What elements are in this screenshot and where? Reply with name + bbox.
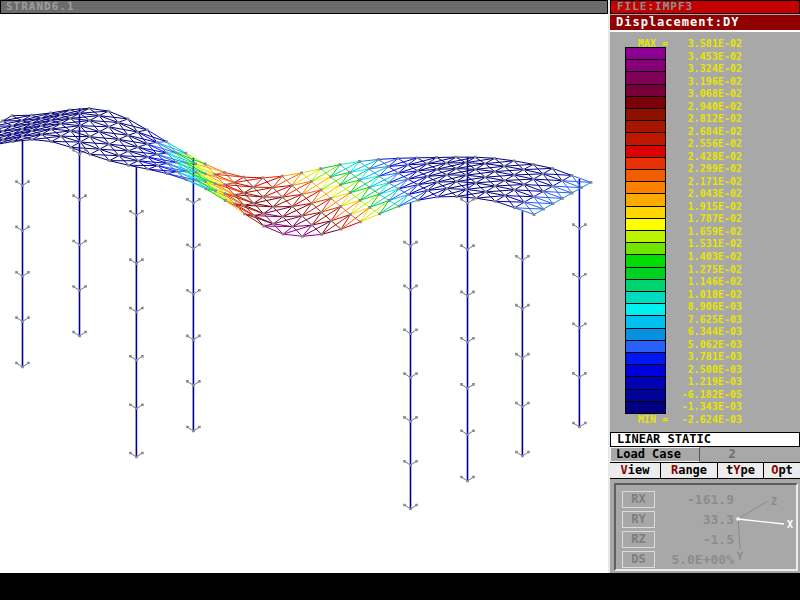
legend-value: 3.196E-02 (672, 76, 742, 87)
legend-swatch (625, 242, 666, 255)
rz-label[interactable]: RZ (622, 531, 655, 548)
bottom-bar (0, 573, 800, 600)
ds-label[interactable]: DS (622, 551, 655, 568)
legend-swatch (625, 376, 666, 389)
legend-value: 2.940E-02 (672, 101, 742, 112)
legend-swatch (625, 59, 666, 72)
legend-value: 2.500E-03 (672, 364, 742, 375)
rx-value: -161.9 (658, 492, 734, 507)
load-case-button-label: Load Case (616, 447, 681, 461)
legend-swatch (625, 71, 666, 84)
model-viewport[interactable] (0, 14, 608, 573)
legend-swatch (625, 254, 666, 267)
rz-value: -1.5 (658, 532, 734, 547)
legend-value: 1.146E-02 (672, 276, 742, 287)
legend-value: 3.581E-02 (672, 38, 742, 49)
app-title-bar: STRAND6.1 (0, 0, 608, 14)
ds-value: 5.0E+00% (658, 552, 734, 567)
legend-value: -2.624E-03 (672, 414, 742, 425)
menu-bar: ViewRangetYpeOpt (610, 462, 800, 479)
legend-value: 2.043E-02 (672, 188, 742, 199)
legend-value: 3.068E-02 (672, 88, 742, 99)
legend-swatch (625, 157, 666, 170)
analysis-type-status: LINEAR STATIC (610, 432, 800, 447)
load-case-value[interactable]: 2 (710, 447, 754, 462)
legend-swatch (625, 218, 666, 231)
legend-swatch (625, 120, 666, 133)
deck-mesh (0, 108, 591, 236)
legend-value: 3.324E-02 (672, 63, 742, 74)
legend-value: 7.625E-03 (672, 314, 742, 325)
analysis-type-label: LINEAR STATIC (617, 432, 711, 446)
menu-button-type[interactable]: tYpe (717, 463, 763, 478)
legend-value: -1.343E-03 (672, 401, 742, 412)
z-axis-label: Z (771, 496, 777, 507)
legend-swatch (625, 279, 666, 292)
legend-value: 2.428E-02 (672, 151, 742, 162)
strand-application-window: STRAND6.1 FILE:IMPF3 Displacement:DY MAX… (0, 0, 800, 600)
legend-value: 3.453E-02 (672, 51, 742, 62)
menu-button-opt[interactable]: Opt (763, 463, 800, 478)
legend-value: 1.018E-02 (672, 289, 742, 300)
legend-value: 2.171E-02 (672, 176, 742, 187)
legend-value: 1.219E-03 (672, 376, 742, 387)
legend-value: 2.299E-02 (672, 163, 742, 174)
legend-swatch (625, 315, 666, 328)
sidebar: FILE:IMPF3 Displacement:DY MAX = MIN = 3… (608, 0, 800, 600)
y-axis-label: Y (737, 551, 743, 562)
legend-swatch (625, 303, 666, 316)
legend-swatch (625, 340, 666, 353)
axis-triad: Z X Y (728, 495, 798, 563)
legend-value: 2.812E-02 (672, 113, 742, 124)
ry-label[interactable]: RY (622, 511, 655, 528)
legend-value: 3.781E-03 (672, 351, 742, 362)
menu-button-range[interactable]: Range (660, 463, 717, 478)
legend-swatch (625, 181, 666, 194)
legend-value: 2.556E-02 (672, 138, 742, 149)
load-case-row: Load Case 2 (610, 447, 800, 462)
view-info-panel: RX -161.9 RY 33.3 RZ -1.5 DS 5.0E+00% Z (614, 483, 798, 571)
legend-swatch (625, 401, 666, 414)
x-axis-label: X (787, 519, 793, 530)
legend-value: 1.403E-02 (672, 251, 742, 262)
legend-swatch (625, 145, 666, 158)
legend-value: 1.659E-02 (672, 226, 742, 237)
legend-swatch (625, 206, 666, 219)
legend-swatch (625, 84, 666, 97)
legend-value: 6.344E-03 (672, 326, 742, 337)
legend-value: 1.531E-02 (672, 238, 742, 249)
legend-value: 8.906E-03 (672, 301, 742, 312)
legend: MAX = MIN = 3.581E-023.453E-023.324E-023… (610, 0, 800, 430)
legend-value: -6.182E-05 (672, 389, 742, 400)
legend-value: 2.684E-02 (672, 126, 742, 137)
legend-min-label: MIN = (624, 414, 668, 425)
legend-swatch (625, 193, 666, 206)
rx-label[interactable]: RX (622, 491, 655, 508)
legend-swatch (625, 364, 666, 377)
ry-value: 33.3 (658, 512, 734, 527)
app-title: STRAND6.1 (6, 0, 75, 13)
legend-swatch (625, 389, 666, 402)
legend-value: 1.787E-02 (672, 213, 742, 224)
load-case-button[interactable]: Load Case (610, 447, 700, 462)
legend-value: 5.062E-03 (672, 339, 742, 350)
legend-swatch (625, 267, 666, 280)
menu-button-view[interactable]: View (610, 463, 660, 478)
legend-value: 1.275E-02 (672, 264, 742, 275)
legend-value: 1.915E-02 (672, 201, 742, 212)
legend-swatch (625, 132, 666, 145)
legend-swatch (625, 96, 666, 109)
legend-swatch (625, 328, 666, 341)
